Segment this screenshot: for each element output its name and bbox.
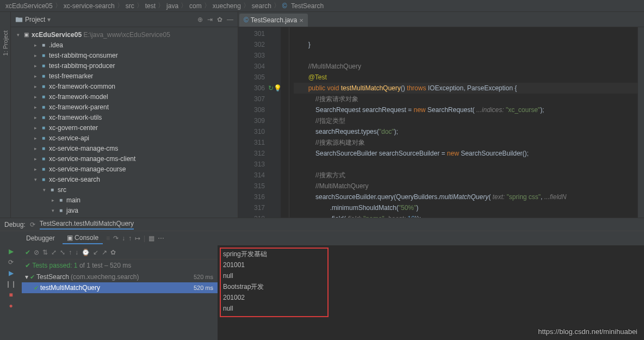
more-icon[interactable]: ⋯	[158, 234, 164, 242]
crumb[interactable]: search	[252, 2, 271, 10]
tree-item[interactable]: ▸■.idea	[11, 40, 238, 50]
close-icon[interactable]: ×	[299, 16, 304, 24]
step-into-icon[interactable]: ↓	[122, 234, 125, 242]
tab-debugger[interactable]: Debugger	[22, 233, 59, 244]
left-tool-gutter: 1: Project	[0, 12, 11, 218]
hide-icon[interactable]: —	[227, 16, 233, 23]
tree-item[interactable]: ▸■main	[11, 195, 238, 205]
tab-label: TestSearch.java	[251, 16, 297, 24]
watermark: https://blog.csdn.net/minihuabei	[538, 327, 637, 336]
tree-item[interactable]: ▸■test-rabbitmq-consumer	[11, 50, 238, 60]
history-icon[interactable]: ⌚	[82, 249, 90, 256]
test-tree[interactable]: ▾ ✔ TestSearch (com.xuecheng.search)520 …	[22, 271, 218, 340]
tree-item[interactable]: ▸■xc-service-manage-cms-client	[11, 153, 238, 164]
resume-icon[interactable]: ▶	[9, 269, 14, 277]
sort-icon[interactable]: ⇅	[42, 249, 48, 256]
debug-title: Debug:	[4, 221, 26, 228]
run-to-icon[interactable]: ↦	[135, 234, 140, 242]
fail-filter-icon[interactable]: ⊘	[34, 249, 39, 256]
prev-icon[interactable]: ↑	[69, 249, 72, 256]
expand-icon[interactable]: ⤢	[51, 249, 57, 256]
tree-item[interactable]: ▾■java	[11, 205, 238, 215]
tree-item[interactable]: ▸■xc-service-manage-course	[11, 164, 238, 174]
panel-title: Project	[25, 16, 45, 23]
test-status: ✔ Tests passed: 1 of 1 test – 520 ms	[22, 259, 218, 271]
editor-tabs: © TestSearch.java ×	[238, 12, 644, 27]
editor: © TestSearch.java × 30130230330430530630…	[238, 12, 644, 218]
toggle-icon[interactable]: ⟳	[8, 258, 14, 266]
tree-item[interactable]: ▾■src	[11, 184, 238, 195]
icon-gutter[interactable]: ↻💡	[269, 27, 281, 218]
tree-item[interactable]: ▸■xc-framework-common	[11, 81, 238, 91]
dropdown-icon[interactable]: ▾	[47, 16, 51, 23]
stop-icon[interactable]: ■	[9, 291, 13, 299]
editor-scrollbar[interactable]	[637, 27, 644, 218]
breakpoints-icon[interactable]: ●	[9, 302, 13, 310]
crumb[interactable]: com	[189, 2, 202, 10]
tab-testsearch[interactable]: © TestSearch.java ×	[239, 14, 308, 27]
tree-item[interactable]: ▸■xc-govern-center	[11, 122, 238, 133]
test-panel: ✔ ⊘ ⇅ ⤢ ⤡ ↑ ↓ ⌚ ↙ ↗ ✿ ✔ Tests passed: 1 …	[22, 245, 218, 340]
crumb[interactable]: java	[166, 2, 178, 10]
tree-item[interactable]: ▸■test-rabbitmq-producer	[11, 60, 238, 71]
line-gutter[interactable]: 3013023033043053063073083093103113123133…	[238, 27, 269, 218]
project-tool-button[interactable]: 1: Project	[2, 30, 9, 55]
breadcrumb: xcEduService05〉 xc-service-search〉 src〉 …	[0, 0, 644, 12]
step-out-icon[interactable]: ↑	[128, 234, 132, 242]
tree-item[interactable]: ▸■xc-framework-model	[11, 91, 238, 102]
crumb[interactable]: xc-service-search	[64, 2, 115, 10]
collapse-icon[interactable]: ⇥	[207, 16, 213, 23]
run-config-icon: ⟳	[30, 221, 35, 228]
tree-item[interactable]: ▸■xc-service-manage-cms	[11, 143, 238, 153]
rerun-icon[interactable]: ▶	[9, 248, 14, 255]
folder-icon	[15, 16, 23, 23]
code-text[interactable]: } //MultiMatchQuery @Test public void te…	[289, 27, 637, 218]
layout-icon[interactable]: ▦	[148, 234, 154, 242]
test-row[interactable]: ▾ ✔ TestSearch (com.xuecheng.search)520 …	[22, 271, 218, 282]
pause-icon[interactable]: ❙❙	[5, 280, 16, 288]
next-icon[interactable]: ↓	[75, 249, 78, 256]
console-output[interactable]: spring开发基础201001nullBootstrap开发201002nul…	[218, 245, 644, 340]
tree-item[interactable]: ▸■xc-service-api	[11, 133, 238, 143]
test-row[interactable]: ✔ testMultiMatchQuery520 ms	[22, 282, 218, 293]
tree-item[interactable]: ▸■xc-framework-utils	[11, 112, 238, 122]
collapse-all-icon[interactable]: ⤡	[60, 249, 65, 256]
crumb[interactable]: TestSearch	[291, 2, 324, 10]
tree-item[interactable]: ▾■xc-service-search	[11, 174, 238, 184]
project-panel: Project ▾ ⊕ ⇥ ✿ — ▾▣xcEduService05 E:\ja…	[11, 12, 238, 218]
crumb[interactable]: test	[145, 2, 156, 10]
pass-filter-icon[interactable]: ✔	[25, 249, 30, 256]
crumb[interactable]: src	[126, 2, 134, 10]
step-over-icon[interactable]: ↷	[113, 234, 119, 242]
export-icon[interactable]: ↗	[102, 249, 107, 256]
tab-console[interactable]: ▣ Console	[63, 232, 103, 244]
debug-run-name[interactable]: TestSearch.testMultiMatchQuery	[40, 220, 134, 230]
tree-item[interactable]: ▸■xc-framework-parent	[11, 102, 238, 112]
gear-icon[interactable]: ✿	[110, 249, 116, 256]
java-class-icon: ©	[244, 16, 249, 24]
crumb[interactable]: xuecheng	[213, 2, 241, 10]
crumb[interactable]: xcEduService05	[5, 2, 53, 10]
locate-icon[interactable]: ⊕	[197, 16, 203, 23]
gear-icon[interactable]: ✿	[217, 16, 222, 23]
debug-panel: Debug: ⟳ TestSearch.testMultiMatchQuery …	[0, 218, 644, 340]
import-icon[interactable]: ↙	[93, 249, 98, 256]
project-tree[interactable]: ▾▣xcEduService05 E:\java_www\xcEduServic…	[11, 27, 238, 218]
debug-side-toolbar: ▶ ⟳ ▶ ❙❙ ■ ●	[0, 245, 22, 340]
fold-gutter[interactable]	[281, 27, 289, 218]
tree-item[interactable]: ▸■test-freemarker	[11, 71, 238, 81]
